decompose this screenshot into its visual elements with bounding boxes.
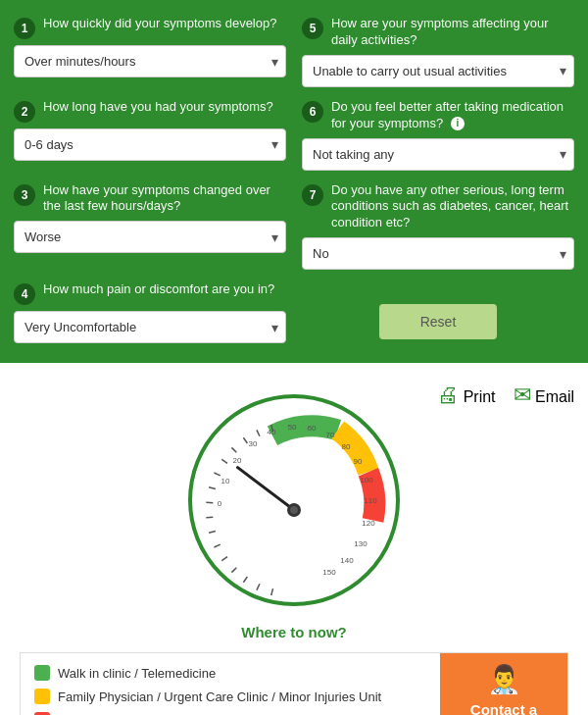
svg-text:120: 120 — [362, 519, 375, 528]
question-6-block: 6 Do you feel better after taking medica… — [302, 99, 574, 171]
svg-text:70: 70 — [326, 431, 335, 439]
question-4-label: How much pain or discomfort are you in? — [43, 281, 274, 298]
question-6-label: Do you feel better after taking medicati… — [331, 99, 574, 132]
question-5-label: How are your symptoms affecting your dai… — [331, 16, 574, 49]
print-email-area: 🖨 Print ✉ Email — [437, 383, 574, 408]
question-6-select[interactable]: Not taking any Yes No Somewhat — [302, 138, 574, 171]
email-label: Email — [535, 388, 574, 405]
question-1-row: 1 How quickly did your symptoms develop? — [14, 16, 286, 39]
question-5-select[interactable]: Unable to carry out usual activities Som… — [302, 55, 574, 87]
question-4-select[interactable]: Very Uncomfortable Uncomfortable Mild di… — [14, 311, 286, 343]
svg-text:90: 90 — [354, 457, 363, 466]
svg-text:110: 110 — [364, 496, 377, 505]
print-icon: 🖨 — [437, 383, 459, 407]
question-1-block: 1 How quickly did your symptoms develop?… — [14, 16, 286, 87]
legend-item-yellow: Family Physician / Urgent Care Clinic / … — [34, 689, 426, 704]
svg-line-9 — [206, 517, 213, 518]
legend-dot-green — [34, 665, 50, 681]
email-icon: ✉ — [514, 383, 531, 407]
question-6-select-wrapper: Not taking any Yes No Somewhat — [302, 138, 574, 171]
svg-text:60: 60 — [308, 424, 317, 433]
svg-point-36 — [290, 506, 298, 514]
svg-text:20: 20 — [233, 456, 242, 465]
question-6-number: 6 — [302, 101, 323, 123]
question-4-number: 4 — [14, 283, 35, 305]
legend-dot-yellow — [34, 689, 50, 704]
question-7-row: 7 Do you have any other serious, long te… — [302, 182, 574, 232]
question-5-select-wrapper: Unable to carry out usual activities Som… — [302, 55, 574, 87]
question-2-select-wrapper: 0-6 days 1-2 weeks 3-4 weeks More than 4… — [14, 128, 286, 161]
question-7-block: 7 Do you have any other serious, long te… — [302, 182, 574, 271]
question-3-block: 3 How have your symptoms changed over th… — [14, 182, 286, 271]
svg-text:40: 40 — [268, 428, 276, 436]
question-3-row: 3 How have your symptoms changed over th… — [14, 182, 286, 216]
question-7-number: 7 — [302, 184, 323, 206]
question-7-label: Do you have any other serious, long term… — [331, 182, 574, 232]
legend-left: Walk in clinic / Telemedicine Family Phy… — [21, 653, 440, 715]
svg-text:10: 10 — [221, 477, 230, 485]
legend-text-yellow: Family Physician / Urgent Care Clinic / … — [58, 689, 381, 704]
doctor-icon: 👨‍⚕️ — [487, 663, 521, 695]
info-icon[interactable]: i — [451, 117, 465, 130]
legend-text-green: Walk in clinic / Telemedicine — [58, 666, 216, 681]
question-4-block: 4 How much pain or discomfort are you in… — [14, 281, 286, 343]
svg-text:130: 130 — [354, 539, 368, 548]
question-3-label: How have your symptoms changed over the … — [43, 182, 286, 216]
question-3-select-wrapper: Worse Same Better Much better — [14, 221, 286, 253]
question-2-select[interactable]: 0-6 days 1-2 weeks 3-4 weeks More than 4… — [14, 128, 286, 161]
reset-button[interactable]: Reset — [379, 304, 497, 339]
print-button[interactable]: 🖨 Print — [437, 383, 495, 408]
question-4-select-wrapper: Very Uncomfortable Uncomfortable Mild di… — [14, 311, 286, 343]
svg-line-10 — [206, 502, 213, 503]
question-2-number: 2 — [14, 101, 35, 123]
gauge-svg: 0 10 20 30 40 50 60 70 80 90 100 110 120… — [186, 392, 402, 608]
reset-container: Reset — [302, 281, 574, 343]
gauge-title: Where to now? — [241, 624, 347, 640]
question-1-select[interactable]: Over minutes/hours Over hours/days Over … — [14, 45, 286, 77]
svg-text:30: 30 — [249, 439, 258, 448]
svg-text:140: 140 — [340, 556, 354, 565]
contact-doctor-button[interactable]: 👨‍⚕️ Contact a Doctor — [440, 653, 567, 715]
question-7-select-wrapper: No Yes — [302, 237, 574, 270]
question-1-label: How quickly did your symptoms develop? — [43, 16, 276, 32]
svg-text:100: 100 — [360, 476, 373, 485]
question-2-row: 2 How long have you had your symptoms? — [14, 99, 286, 123]
legend-area: Walk in clinic / Telemedicine Family Phy… — [20, 652, 568, 715]
question-4-row: 4 How much pain or discomfort are you in… — [14, 281, 286, 305]
question-3-number: 3 — [14, 184, 35, 206]
gauge-section: 🖨 Print ✉ Email — [0, 363, 588, 715]
svg-text:50: 50 — [288, 423, 297, 432]
legend-item-green: Walk in clinic / Telemedicine — [34, 665, 426, 681]
cta-label: Contact a Doctor — [450, 701, 558, 715]
question-3-select[interactable]: Worse Same Better Much better — [14, 221, 286, 253]
question-2-block: 2 How long have you had your symptoms? 0… — [14, 99, 286, 171]
question-6-row: 6 Do you feel better after taking medica… — [302, 99, 574, 132]
form-section: 1 How quickly did your symptoms develop?… — [0, 0, 588, 363]
svg-text:0: 0 — [218, 499, 222, 508]
question-1-number: 1 — [14, 18, 35, 39]
print-label: Print — [464, 388, 496, 405]
email-button[interactable]: ✉ Email — [514, 383, 574, 408]
question-5-number: 5 — [302, 18, 323, 39]
question-1-select-wrapper: Over minutes/hours Over hours/days Over … — [14, 45, 286, 77]
question-2-label: How long have you had your symptoms? — [43, 99, 273, 116]
svg-text:150: 150 — [322, 568, 336, 577]
svg-text:80: 80 — [342, 442, 351, 451]
question-5-block: 5 How are your symptoms affecting your d… — [302, 16, 574, 87]
question-5-row: 5 How are your symptoms affecting your d… — [302, 16, 574, 49]
question-7-select[interactable]: No Yes — [302, 237, 574, 270]
